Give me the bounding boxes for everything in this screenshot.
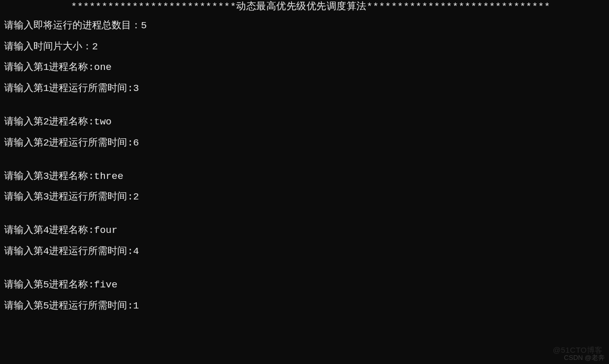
prompt-label: 请输入第4进程运行所需时间: bbox=[4, 246, 133, 257]
stars-left: *************************** bbox=[71, 1, 236, 12]
watermark-top: @51CTO博客 bbox=[553, 345, 603, 355]
blank-line bbox=[4, 267, 605, 279]
prompt-label: 请输入时间片大小： bbox=[4, 41, 92, 52]
prompt-time-slice: 请输入时间片大小：2 bbox=[4, 41, 605, 53]
prompt-value: five bbox=[94, 279, 118, 290]
prompt-value: 2 bbox=[133, 191, 139, 203]
prompt-value: three bbox=[94, 171, 123, 182]
prompt-value: four bbox=[94, 225, 118, 236]
prompt-process-time: 请输入第2进程运行所需时间:6 bbox=[4, 137, 605, 149]
prompt-label: 请输入第2进程运行所需时间: bbox=[4, 137, 133, 149]
stars-right: ****************************** bbox=[367, 1, 550, 12]
prompt-process-time: 请输入第5进程运行所需时间:1 bbox=[4, 300, 605, 312]
prompt-process-time: 请输入第3进程运行所需时间:2 bbox=[4, 191, 605, 203]
prompt-label: 请输入第5进程名称: bbox=[4, 279, 94, 290]
prompt-process-name: 请输入第2进程名称:two bbox=[4, 116, 605, 128]
blank-line bbox=[4, 158, 605, 171]
prompt-value: two bbox=[94, 116, 112, 128]
prompt-process-name: 请输入第4进程名称:four bbox=[4, 225, 605, 236]
prompt-value: 2 bbox=[92, 41, 98, 52]
header-title: 动态最高优先级优先调度算法 bbox=[236, 1, 367, 12]
blank-line bbox=[4, 212, 605, 225]
terminal-output: ***************************动态最高优先级优先调度算法… bbox=[0, 0, 609, 322]
prompt-process-time: 请输入第4进程运行所需时间:4 bbox=[4, 246, 605, 258]
prompt-value: 5 bbox=[141, 20, 147, 31]
prompt-label: 请输入第1进程运行所需时间: bbox=[4, 83, 133, 94]
prompt-process-time: 请输入第1进程运行所需时间:3 bbox=[4, 83, 605, 95]
prompt-process-name: 请输入第3进程名称:three bbox=[4, 171, 605, 183]
prompt-process-name: 请输入第1进程名称:one bbox=[4, 62, 605, 74]
prompt-process-name: 请输入第5进程名称:five bbox=[4, 279, 605, 291]
prompt-value: 4 bbox=[133, 246, 139, 257]
watermark-bottom: CSDN @老奔 bbox=[564, 354, 605, 362]
prompt-label: 请输入第1进程名称: bbox=[4, 62, 94, 73]
prompt-label: 请输入即将运行的进程总数目： bbox=[4, 20, 141, 31]
prompt-label: 请输入第5进程运行所需时间: bbox=[4, 300, 133, 312]
prompt-value: 6 bbox=[133, 137, 139, 149]
prompt-label: 请输入第3进程运行所需时间: bbox=[4, 191, 133, 203]
prompt-label: 请输入第2进程名称: bbox=[4, 116, 94, 128]
prompt-label: 请输入第3进程名称: bbox=[4, 171, 94, 182]
prompt-total-processes: 请输入即将运行的进程总数目：5 bbox=[4, 20, 605, 32]
prompt-value: 1 bbox=[133, 300, 139, 312]
prompt-value: 3 bbox=[133, 83, 139, 94]
blank-line bbox=[4, 104, 605, 116]
prompt-value: one bbox=[94, 62, 112, 73]
prompt-label: 请输入第4进程名称: bbox=[4, 225, 94, 236]
header-line: ***************************动态最高优先级优先调度算法… bbox=[4, 1, 605, 13]
